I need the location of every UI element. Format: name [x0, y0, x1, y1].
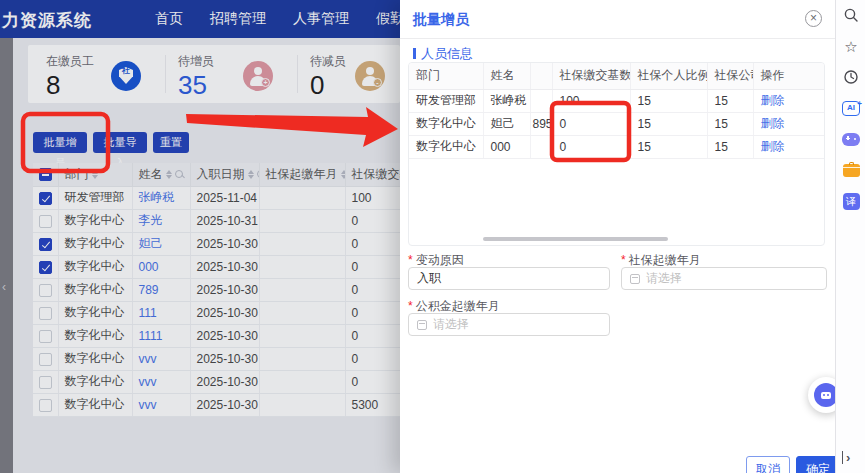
collapsed-sider-strip[interactable]: ‹	[0, 38, 13, 473]
stat-label: 在缴员工	[46, 53, 94, 70]
required-asterisk: *	[408, 299, 413, 313]
games-icon[interactable]	[842, 130, 860, 148]
required-asterisk: *	[621, 253, 626, 267]
batch-import-button[interactable]: 批量导入	[93, 132, 147, 153]
col-header-base: 社保缴交基数	[552, 63, 630, 89]
confirm-button[interactable]: 确定	[796, 456, 840, 473]
employee-name-link[interactable]: vvv	[139, 352, 157, 366]
history-clock-icon[interactable]	[842, 68, 860, 86]
col-header-personal-ratio: 社保个人比例	[630, 63, 707, 89]
employee-name-link[interactable]: 张峥税	[139, 190, 175, 204]
divider	[297, 55, 298, 93]
sort-icon[interactable]	[166, 170, 172, 179]
table-row: 研发管理部张峥税 10015 15 删除	[409, 89, 824, 112]
delete-link[interactable]: 删除	[761, 93, 785, 107]
row-checkbox[interactable]	[39, 353, 52, 366]
employee-name-link[interactable]: vvv	[139, 375, 157, 389]
divider	[400, 38, 835, 39]
hr-system-screen: 力资源系统 首页 招聘管理 人事管理 假勤管理 薪 ‹ 在缴员工 8 社 待增员…	[0, 0, 865, 473]
translate-icon[interactable]: 译	[842, 192, 860, 210]
stat-pending-add: 待增员 35	[178, 53, 214, 100]
table-row: 数字化中心789 2025-10-300	[33, 278, 400, 301]
search-icon[interactable]	[175, 170, 185, 180]
delete-link[interactable]: 删除	[761, 116, 785, 130]
nav-item-home[interactable]: 首页	[155, 10, 183, 28]
col-header-company-ratio: 社保公司	[707, 63, 753, 89]
row-checkbox[interactable]	[39, 307, 52, 320]
table-row: 数字化中心111 2025-10-300	[33, 301, 400, 324]
reason-input[interactable]: 入职	[408, 267, 610, 290]
person-add-icon: +	[243, 61, 273, 91]
cancel-button[interactable]: 取消	[746, 456, 790, 473]
employee-name-link[interactable]: 李光	[139, 213, 163, 227]
toolbox-icon[interactable]	[842, 161, 860, 179]
employee-name-link[interactable]: 111	[139, 306, 157, 320]
batch-add-button[interactable]: 批量增员	[33, 132, 87, 153]
calendar-icon	[630, 274, 640, 284]
col-header-name[interactable]: 姓名	[132, 163, 190, 186]
col-header-dept: 部门	[409, 63, 483, 89]
delete-link[interactable]: 删除	[761, 139, 785, 153]
row-checkbox[interactable]	[39, 376, 52, 389]
personnel-table: 部门 姓名 社保缴交基数 社保个人比例 社保公司 操作 研发管理部张峥税 100…	[408, 62, 825, 246]
search-icon[interactable]	[842, 6, 860, 24]
table-row: 数字化中心李光 2025-10-310	[33, 209, 400, 232]
social-insurance-stats-card: 在缴员工 8 社 待增员 35 + 待减员 0 -	[28, 45, 400, 103]
rail-expand-handle[interactable]: ›	[842, 451, 850, 464]
employee-name-link[interactable]: 789	[139, 283, 159, 297]
fund-start-datepicker[interactable]: 请选择	[408, 313, 610, 336]
social-shield-icon: 社	[111, 61, 141, 91]
table-row: 数字化中心妲己 2025-10-300	[33, 232, 400, 255]
drawer-title: 批量增员	[413, 11, 469, 29]
stat-value: 35	[178, 70, 214, 100]
row-checkbox[interactable]	[39, 284, 52, 297]
employee-table: 部门 姓名 入职日期 社保起缴年月 社保缴交基数 研发管理部张峥税 2025-1…	[33, 163, 400, 417]
select-all-checkbox[interactable]	[39, 168, 52, 181]
sort-icon[interactable]	[341, 170, 346, 179]
reset-button[interactable]: 重置	[153, 132, 189, 153]
section-title-personnel: 人员信息	[413, 45, 473, 63]
table-row: 数字化中心000 015 15 删除	[409, 135, 824, 158]
required-asterisk: *	[408, 253, 413, 267]
ai-assistant-icon[interactable]: AI+	[842, 99, 860, 117]
row-checkbox[interactable]	[39, 192, 52, 205]
horizontal-scrollbar[interactable]	[483, 237, 668, 241]
sort-icon[interactable]	[92, 170, 98, 179]
divider	[165, 55, 166, 93]
row-checkbox[interactable]	[39, 238, 52, 251]
stat-active-employees: 在缴员工 8	[46, 53, 94, 100]
table-row: 数字化中心vvv 2025-10-305300	[33, 393, 400, 416]
table-header-row: 部门 姓名 入职日期 社保起缴年月 社保缴交基数	[33, 163, 400, 186]
nav-item-hr[interactable]: 人事管理	[293, 10, 349, 28]
row-checkbox[interactable]	[39, 330, 52, 343]
table-row: 数字化中心妲己 89576 015 15 删除	[409, 112, 824, 135]
social-start-datepicker[interactable]: 请选择	[621, 267, 827, 290]
row-checkbox[interactable]	[39, 261, 52, 274]
col-header-base[interactable]: 社保缴交基数	[345, 163, 400, 186]
employee-name-link[interactable]: vvv	[139, 398, 157, 412]
nav-item-recruit[interactable]: 招聘管理	[210, 10, 266, 28]
employee-name-link[interactable]: 1111	[139, 329, 163, 343]
col-header-hire-date[interactable]: 入职日期	[190, 163, 259, 186]
employee-name-link[interactable]: 000	[139, 260, 159, 274]
row-checkbox[interactable]	[39, 215, 52, 228]
stat-value: 8	[46, 70, 94, 100]
table-row: 数字化中心000 2025-10-300	[33, 255, 400, 278]
star-icon[interactable]: ☆	[842, 37, 860, 55]
sort-icon[interactable]	[248, 170, 254, 179]
batch-add-drawer: 批量增员 × 人员信息 部门 姓名 社保缴交基数 社保个人比例 社保公司 操作	[400, 0, 835, 473]
col-header-start-month[interactable]: 社保起缴年月	[259, 163, 345, 186]
app-brand-title: 力资源系统	[2, 9, 92, 32]
stat-pending-remove: 待减员 0	[310, 53, 346, 100]
table-row: 数字化中心vvv 2025-10-300	[33, 370, 400, 393]
row-checkbox[interactable]	[39, 399, 52, 412]
table-row: 数字化中心vvv 2025-10-300	[33, 347, 400, 370]
close-icon[interactable]: ×	[805, 10, 822, 27]
col-header-name: 姓名	[483, 63, 530, 89]
table-row: 数字化中心1111 2025-10-300	[33, 324, 400, 347]
employee-name-link[interactable]: 妲己	[139, 236, 163, 250]
col-header-dept[interactable]: 部门	[58, 163, 132, 186]
section-accent-bar	[413, 48, 416, 59]
col-header-action: 操作	[753, 63, 824, 89]
col-header-clipped	[530, 63, 552, 89]
